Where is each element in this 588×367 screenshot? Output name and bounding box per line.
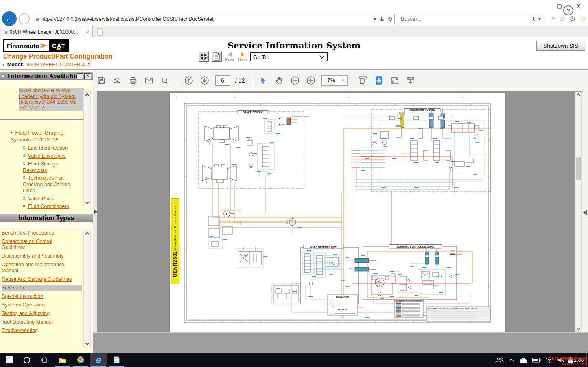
forward-button[interactable]: →	[19, 13, 30, 24]
type-operation-manual[interactable]: Operation and Maintenance Manual	[2, 262, 75, 274]
model-value[interactable]: 950H WHEEL LOADER JLX	[27, 62, 91, 67]
expand-left-panel-arrow[interactable]	[94, 209, 97, 215]
hand-tool-button[interactable]	[274, 75, 284, 86]
panel-minimize-button[interactable]: –	[77, 73, 83, 79]
task-view-button[interactable]	[36, 353, 54, 367]
settings-gear-icon[interactable]: ⚙	[569, 15, 575, 23]
scroll-down-icon[interactable]	[85, 341, 89, 345]
favorites-star-icon[interactable]: ☆	[560, 15, 566, 23]
selected-document-link[interactable]: 950H and 962H Wheel Loader Hydraulic Sys…	[19, 88, 76, 111]
fluid-power-link[interactable]: Fluid Power Graphic Symbols 01/11/2018	[11, 130, 63, 143]
back-button[interactable]: ←	[2, 11, 17, 26]
next-button[interactable]: Next	[237, 52, 248, 62]
document-view-button[interactable]	[211, 51, 222, 62]
svg-text:7: 7	[241, 321, 242, 323]
zoom-level-select[interactable]: 17% ▼	[321, 75, 348, 86]
prev-button[interactable]: Prev	[224, 52, 235, 62]
start-button[interactable]	[0, 353, 18, 367]
smiley-feedback-icon[interactable]: ☺	[579, 15, 586, 23]
show-hidden-icons-chevron[interactable]	[508, 358, 514, 362]
hide-toolbar-button[interactable]	[405, 75, 416, 86]
tab-close-button[interactable]: ×	[85, 29, 90, 35]
new-tab-button[interactable]	[95, 28, 105, 36]
fullscreen-button[interactable]	[389, 75, 400, 86]
subitem-fluid-conditioners[interactable]: Fluid Conditioners	[23, 204, 82, 210]
refresh-icon[interactable]: ↻	[387, 15, 393, 23]
selected-document[interactable]: 950H and 962H Wheel Loader Hydraulic Sys…	[19, 88, 84, 111]
battery-icon[interactable]	[532, 358, 541, 363]
home-icon[interactable]: ⌂	[551, 14, 556, 23]
minimize-button[interactable]: —	[532, 0, 551, 12]
onedrive-cloud-icon[interactable]	[519, 357, 527, 363]
type-systems-operation[interactable]: Systems Operation	[2, 302, 83, 308]
pdf-scroll-up-icon[interactable]	[577, 93, 581, 98]
page-up-button[interactable]	[184, 75, 194, 86]
upload-button[interactable]	[112, 75, 122, 86]
page-number-input[interactable]	[215, 75, 230, 86]
collapse-right-panel-arrow[interactable]	[583, 210, 587, 215]
url-dropdown-icon[interactable]: ▼	[373, 17, 377, 22]
pdf-scroll-down-icon[interactable]	[577, 326, 581, 330]
pdf-vertical-scrollbar[interactable]	[575, 92, 582, 332]
print-button[interactable]	[128, 75, 138, 86]
scroll-up-icon[interactable]	[85, 232, 89, 236]
information-available-titlebar[interactable]: Information Available – ×	[0, 72, 93, 80]
zoom-level-value: 17%	[324, 77, 335, 83]
chrome-button[interactable]	[72, 353, 90, 367]
find-button[interactable]	[160, 75, 170, 86]
type-reuse-salvage[interactable]: Reuse And Salvage Guidelines	[2, 276, 83, 282]
subitem-fluid-storage[interactable]: Fluid Storage Reservoirs	[23, 161, 76, 174]
people-icon[interactable]	[496, 357, 503, 363]
tab-title[interactable]: 950H Wheel Loader JLX0000...	[10, 29, 85, 35]
types-scrollbar[interactable]	[83, 230, 91, 347]
shutdown-sis-button[interactable]: Shutdown SIS	[536, 41, 585, 51]
lock-icon[interactable]	[380, 16, 385, 22]
type-bench-test[interactable]: Bench Test Procedures	[2, 230, 83, 236]
internet-explorer-button[interactable]: e	[90, 353, 107, 367]
zoom-out-button[interactable]	[290, 75, 300, 86]
type-schematic-selected[interactable]: Schematic	[2, 285, 82, 291]
scroll-down-icon[interactable]	[85, 200, 89, 204]
windows-logo-icon	[6, 356, 13, 363]
search-dropdown-icon[interactable]: ▼	[538, 17, 542, 21]
available-scrollbar[interactable]	[83, 91, 91, 206]
save-button[interactable]	[96, 75, 107, 86]
file-explorer-button[interactable]	[54, 353, 72, 367]
collapse-arrow-icon[interactable]: ‹	[2, 61, 4, 67]
goto-select[interactable]: Go To:	[250, 52, 328, 61]
subitem-line-identification[interactable]: Line Identification	[23, 145, 82, 152]
subitem-techniques[interactable]: Techniques For Crossing and Joining Line…	[23, 175, 72, 194]
search-icon[interactable]	[530, 16, 536, 22]
search-box[interactable]: ▼	[398, 14, 544, 24]
scroll-up-icon[interactable]	[85, 93, 89, 98]
fit-page-button[interactable]	[374, 75, 384, 86]
type-testing-adjusting[interactable]: Testing and Adjusting	[2, 311, 83, 317]
ie-favicon: e	[36, 15, 39, 22]
email-button[interactable]	[144, 75, 154, 86]
zoom-in-button[interactable]	[306, 75, 316, 86]
change-product-link[interactable]: Change Product/Part Configuration	[3, 53, 112, 60]
type-disassembly[interactable]: Disassembly and Assembly	[2, 253, 83, 259]
type-troubleshooting[interactable]: Troubleshooting	[2, 328, 83, 334]
type-tool-operating[interactable]: Tool Operating Manual	[2, 319, 83, 325]
type-special-instruction[interactable]: Special Instruction	[2, 293, 83, 300]
browser-tab[interactable]: e 950H Wheel Loader JLX0000... ×	[1, 26, 93, 37]
circle-minus-icon	[290, 76, 300, 85]
wheel-config-button[interactable]	[198, 51, 209, 62]
fit-width-button[interactable]	[358, 75, 368, 86]
help-button[interactable]: ?	[563, 5, 573, 15]
page-down-button[interactable]	[199, 75, 210, 86]
address-bar[interactable]: e https://127.0.0.1/sisweb/servlet/cat.c…	[33, 14, 395, 24]
subitem-valve-envelopes[interactable]: Valve Envelopes	[23, 153, 82, 160]
pdf-scrollbar-thumb[interactable]	[576, 157, 581, 180]
subitem-valve-ports[interactable]: Valve Ports	[23, 196, 82, 202]
search-input[interactable]	[398, 16, 530, 22]
type-contamination[interactable]: Contamination Control Guidelines	[2, 239, 71, 251]
cortana-button[interactable]	[18, 353, 36, 367]
document-icon	[213, 52, 220, 61]
notepad-button[interactable]	[107, 353, 125, 367]
panel-close-button[interactable]: ×	[84, 73, 91, 79]
url-text[interactable]: https://127.0.0.1/sisweb/servlet/cat.cis…	[41, 16, 372, 22]
select-tool-button[interactable]	[258, 75, 269, 86]
document-bookmark-tab[interactable]: UENR2502 30 Page, (Dimension: 30 Inches …	[171, 198, 179, 284]
